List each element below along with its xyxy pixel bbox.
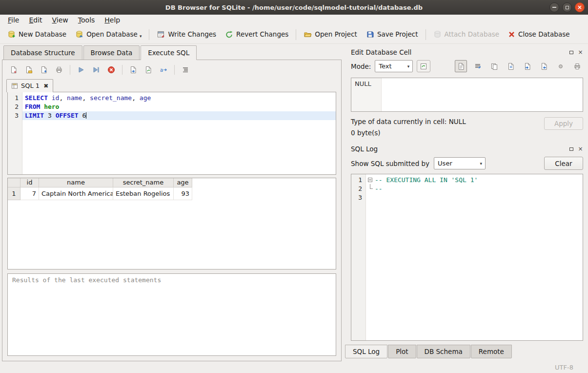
menu-tools[interactable]: Tools <box>73 15 100 25</box>
grid-cell[interactable]: 93 <box>174 187 192 200</box>
column-header[interactable]: age <box>174 178 192 187</box>
copy-cell-button[interactable] <box>488 60 500 72</box>
right-pane: Edit Database Cell × Mode: Text ▾ <box>345 44 588 361</box>
apply-button[interactable]: Apply <box>544 117 583 130</box>
grid-cell[interactable]: Captain North America <box>39 187 113 200</box>
minimize-button[interactable] <box>549 2 559 12</box>
export-cell-data-button[interactable] <box>538 60 550 72</box>
print-cell-button[interactable] <box>571 60 583 72</box>
column-header[interactable]: id <box>20 178 39 187</box>
open-sql-file-button[interactable] <box>8 64 19 75</box>
main-tab-bar: Database Structure Browse Data Execute S… <box>0 44 343 60</box>
close-tab-icon[interactable]: ✖ <box>43 83 48 89</box>
tab-db-schema[interactable]: DB Schema <box>417 345 470 358</box>
execute-all-button[interactable] <box>76 64 86 75</box>
reload-sql-button[interactable] <box>143 64 154 75</box>
status-bar: UTF-8 <box>0 361 588 373</box>
column-header[interactable]: name <box>39 178 113 187</box>
log-text: -- EXECUTING ALL IN 'SQL 1' <box>375 176 478 185</box>
write-changes-icon <box>157 30 165 39</box>
code-line[interactable]: FROM hero <box>22 103 336 111</box>
cell-info: Type of data currently in cell: NULL 0 b… <box>351 117 583 141</box>
close-panel-icon[interactable]: × <box>577 49 584 56</box>
float-panel-icon[interactable] <box>568 145 575 153</box>
save-project-button[interactable]: Save Project <box>362 28 423 41</box>
main-area: Database Structure Browse Data Execute S… <box>0 44 588 361</box>
find-replace-button[interactable]: a <box>158 64 169 75</box>
execute-current-line-button[interactable] <box>91 64 101 75</box>
sql-file-tab[interactable]: SQL 1 ✖ <box>6 79 53 92</box>
toolbar-separator <box>122 65 122 75</box>
app-window: DB Browser for SQLite - /home/user/code/… <box>0 0 588 373</box>
sql-log-editor[interactable]: 123 -- EXECUTING ALL IN 'SQL 1'-- <box>351 174 583 341</box>
import-cell-data-button[interactable] <box>521 60 533 72</box>
column-header[interactable] <box>8 178 20 187</box>
save-cell-button[interactable] <box>505 60 517 72</box>
float-panel-icon[interactable] <box>568 49 575 56</box>
encoding-indicator[interactable]: UTF-8 <box>555 364 573 371</box>
fold-margin <box>366 185 375 193</box>
write-changes-button[interactable]: Write Changes <box>152 28 221 41</box>
open-database-dropdown-icon[interactable]: ▾ <box>140 34 142 39</box>
grid-cell[interactable]: Esteban Rogelios <box>113 187 174 200</box>
open-database-button[interactable]: Open Database ▾ <box>71 28 146 41</box>
sql-editor[interactable]: 123 SELECT id, name, secret_name, ageFRO… <box>7 92 336 175</box>
clear-log-button[interactable]: Clear <box>544 157 583 170</box>
print-sql-button[interactable] <box>54 64 64 75</box>
close-database-button[interactable]: Close Database <box>504 28 574 41</box>
code-line[interactable]: SELECT id, name, secret_name, age <box>22 94 336 103</box>
sql-toolbar: a <box>2 60 341 78</box>
row-number[interactable]: 1 <box>8 187 20 200</box>
log-line <box>366 193 583 202</box>
menu-file[interactable]: File <box>3 15 24 25</box>
log-filter-combobox[interactable]: User ▾ <box>434 157 486 169</box>
tab-sql-log[interactable]: SQL Log <box>345 345 387 358</box>
grid-cell[interactable]: 7 <box>20 187 39 200</box>
format-sql-button[interactable] <box>180 64 191 75</box>
mode-combobox[interactable]: Text ▾ <box>375 60 413 72</box>
stop-execution-button[interactable] <box>106 64 117 75</box>
cell-editor-area[interactable] <box>382 78 583 111</box>
fold-marker-icon[interactable] <box>368 178 372 182</box>
toggle-text-view-button[interactable] <box>455 60 467 72</box>
tab-plot[interactable]: Plot <box>388 345 416 358</box>
export-sql-button[interactable] <box>128 64 139 75</box>
menu-help[interactable]: Help <box>100 15 125 25</box>
title-bar[interactable]: DB Browser for SQLite - /home/user/code/… <box>0 0 588 15</box>
new-database-label: New Database <box>19 31 66 38</box>
code-line[interactable]: LIMIT 3 OFFSET 6 <box>22 111 336 120</box>
log-code: -- EXECUTING ALL IN 'SQL 1'-- <box>366 174 583 340</box>
cell-editor[interactable]: NULL <box>351 78 583 112</box>
tab-database-structure[interactable]: Database Structure <box>3 45 82 60</box>
column-header[interactable]: secret_name <box>113 178 174 187</box>
grid-header-row: idnamesecret_nameage <box>8 178 336 187</box>
save-sql-file-button[interactable] <box>23 64 34 75</box>
mode-value: Text <box>379 62 391 70</box>
close-panel-icon[interactable]: × <box>577 145 584 153</box>
left-pane: Database Structure Browse Data Execute S… <box>0 44 343 361</box>
close-window-button[interactable]: × <box>575 2 585 12</box>
maximize-button[interactable] <box>562 2 572 12</box>
sql-file-icon <box>11 83 18 89</box>
log-filter-label: Show SQL submitted by <box>351 160 429 167</box>
window-title: DB Browser for SQLite - /home/user/code/… <box>165 4 423 11</box>
close-icon: × <box>577 4 582 10</box>
toggle-word-wrap-button[interactable] <box>471 60 484 72</box>
line-number: 3 <box>8 111 22 120</box>
tab-browse-data[interactable]: Browse Data <box>83 45 140 60</box>
save-project-label: Save Project <box>377 31 418 38</box>
auto-switch-mode-button[interactable] <box>417 60 430 72</box>
open-project-button[interactable]: Open Project <box>299 28 362 41</box>
tab-execute-sql[interactable]: Execute SQL <box>141 45 197 60</box>
save-sql-file-as-button[interactable] <box>39 64 49 75</box>
sql-editor-code[interactable]: SELECT id, name, secret_name, ageFROM he… <box>22 92 336 174</box>
menu-edit[interactable]: Edit <box>24 15 47 25</box>
revert-changes-button[interactable]: Revert Changes <box>221 28 293 41</box>
menu-view[interactable]: View <box>47 15 73 25</box>
line-number: 3 <box>351 193 365 202</box>
tab-remote[interactable]: Remote <box>471 345 512 358</box>
cell-mode-row: Mode: Text ▾ <box>351 60 583 72</box>
toolbar-separator <box>296 29 296 40</box>
new-database-button[interactable]: New Database <box>3 28 71 41</box>
set-null-button[interactable] <box>554 60 567 72</box>
